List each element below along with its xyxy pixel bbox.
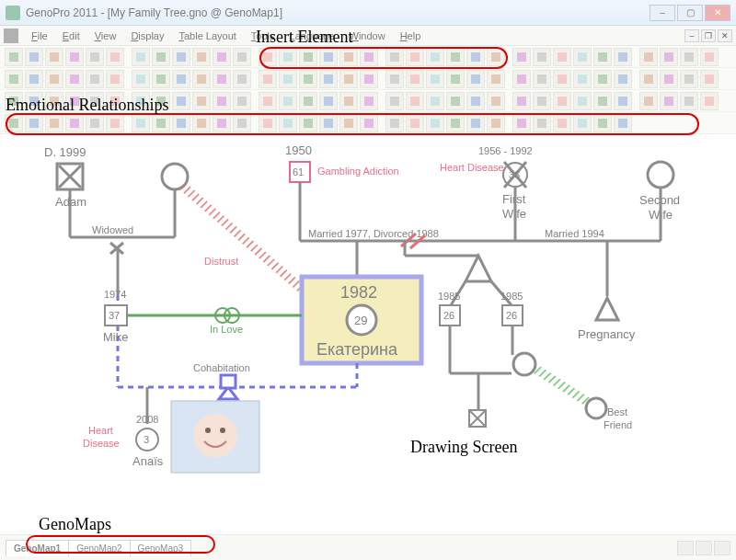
- toolbar-button[interactable]: [259, 92, 277, 110]
- toolbar-button[interactable]: [25, 48, 43, 66]
- toolbar-button[interactable]: [233, 70, 251, 88]
- toolbar-button[interactable]: [533, 114, 551, 132]
- toolbar-button[interactable]: [299, 92, 317, 110]
- toolbar-button[interactable]: [360, 92, 378, 110]
- distrust-link[interactable]: [182, 186, 304, 291]
- toolbar-button[interactable]: [132, 92, 150, 110]
- toolbar-button[interactable]: [614, 70, 632, 88]
- toolbar-button[interactable]: [152, 92, 170, 110]
- toolbar-button[interactable]: [512, 114, 531, 132]
- toolbar-button[interactable]: [233, 48, 251, 66]
- toolbar-button[interactable]: [233, 114, 251, 132]
- tab-genomap2[interactable]: GenoMap2: [68, 540, 130, 556]
- toolbar-button[interactable]: [487, 48, 505, 66]
- toolbar-button[interactable]: [360, 48, 378, 66]
- toolbar-button[interactable]: [639, 92, 658, 110]
- toolbar-button[interactable]: [553, 48, 571, 66]
- toolbar-button[interactable]: [614, 114, 632, 132]
- toolbar-button[interactable]: [299, 114, 317, 132]
- drawing-canvas[interactable]: D. 1999 Adam Widowed 1974 37 Mike Distru…: [0, 134, 736, 534]
- menu-window[interactable]: Window: [341, 29, 392, 43]
- pregnancy-symbol[interactable]: [596, 298, 618, 320]
- minimize-button[interactable]: –: [650, 5, 675, 21]
- toolbar-button[interactable]: [487, 92, 505, 110]
- toolbar-button[interactable]: [700, 48, 719, 66]
- toolbar-button[interactable]: [5, 114, 23, 132]
- toolbar-button[interactable]: [385, 48, 404, 66]
- menu-tools[interactable]: Tools: [244, 29, 282, 43]
- toolbar-button[interactable]: [639, 70, 658, 88]
- toolbar-button[interactable]: [593, 92, 612, 110]
- toolbar-button[interactable]: [660, 92, 678, 110]
- menu-tablelayout[interactable]: Table Layout: [171, 29, 243, 43]
- toolbar-button[interactable]: [446, 48, 465, 66]
- toolbar-button[interactable]: [466, 48, 485, 66]
- toolbar-button[interactable]: [553, 92, 571, 110]
- toolbar-button[interactable]: [639, 48, 658, 66]
- toolbar-button[interactable]: [614, 48, 632, 66]
- toolbar-button[interactable]: [259, 70, 277, 88]
- toolbar-button[interactable]: [406, 70, 424, 88]
- toolbar-button[interactable]: [299, 70, 317, 88]
- toolbar-button[interactable]: [106, 92, 124, 110]
- toolbar-button[interactable]: [86, 114, 104, 132]
- toolbar-button[interactable]: [385, 70, 404, 88]
- toolbar-button[interactable]: [172, 92, 190, 110]
- menu-edit[interactable]: Edit: [55, 29, 87, 43]
- toolbar-button[interactable]: [487, 70, 505, 88]
- toolbar-button[interactable]: [593, 114, 612, 132]
- toolbar-button[interactable]: [360, 70, 378, 88]
- toolbar-button[interactable]: [5, 92, 23, 110]
- toolbar-button[interactable]: [573, 114, 592, 132]
- toolbar-button[interactable]: [152, 48, 170, 66]
- bestfriend-symbol[interactable]: [586, 398, 606, 418]
- toolbar-button[interactable]: [385, 92, 404, 110]
- toolbar-button[interactable]: [172, 114, 190, 132]
- toolbar-button[interactable]: [512, 92, 531, 110]
- toolbar-button[interactable]: [45, 92, 63, 110]
- toolbar-button[interactable]: [65, 92, 84, 110]
- toolbar-button[interactable]: [65, 70, 84, 88]
- toolbar-button[interactable]: [213, 92, 231, 110]
- toolbar-button[interactable]: [25, 70, 43, 88]
- toolbar-button[interactable]: [152, 70, 170, 88]
- toolbar-button[interactable]: [512, 48, 531, 66]
- toolbar-button[interactable]: [385, 114, 404, 132]
- toolbar-button[interactable]: [680, 48, 698, 66]
- toolbar-button[interactable]: [614, 92, 632, 110]
- toolbar-button[interactable]: [593, 70, 612, 88]
- toolbar-button[interactable]: [299, 48, 317, 66]
- toolbar-button[interactable]: [132, 48, 150, 66]
- close-button[interactable]: ✕: [705, 5, 730, 21]
- menu-view[interactable]: View: [87, 29, 124, 43]
- toolbar-button[interactable]: [533, 48, 551, 66]
- toolbar-button[interactable]: [86, 70, 104, 88]
- toolbar-button[interactable]: [259, 48, 277, 66]
- toolbar-button[interactable]: [319, 48, 338, 66]
- toolbar-button[interactable]: [192, 114, 211, 132]
- bestfriend-link[interactable]: [535, 369, 589, 403]
- toolbar-button[interactable]: [106, 48, 124, 66]
- toolbar-button[interactable]: [25, 92, 43, 110]
- mdi-restore[interactable]: ❐: [701, 29, 716, 42]
- toolbar-button[interactable]: [259, 114, 277, 132]
- toolbar-button[interactable]: [213, 114, 231, 132]
- toolbar-button[interactable]: [25, 114, 43, 132]
- toolbar-button[interactable]: [406, 92, 424, 110]
- menu-help[interactable]: Help: [393, 29, 429, 43]
- toolbar-button[interactable]: [132, 70, 150, 88]
- toolbar-button[interactable]: [573, 48, 592, 66]
- toolbar-button[interactable]: [45, 114, 63, 132]
- toolbar-button[interactable]: [573, 92, 592, 110]
- toolbar-button[interactable]: [279, 70, 297, 88]
- toolbar-button[interactable]: [360, 114, 378, 132]
- toolbar-button[interactable]: [533, 70, 551, 88]
- toolbar-button[interactable]: [45, 48, 63, 66]
- menu-display[interactable]: Display: [123, 29, 171, 43]
- maximize-button[interactable]: ▢: [677, 5, 703, 21]
- toolbar-button[interactable]: [213, 48, 231, 66]
- toolbar-button[interactable]: [5, 70, 23, 88]
- toolbar-button[interactable]: [660, 70, 678, 88]
- toolbar-button[interactable]: [132, 114, 150, 132]
- toolbar-button[interactable]: [700, 92, 719, 110]
